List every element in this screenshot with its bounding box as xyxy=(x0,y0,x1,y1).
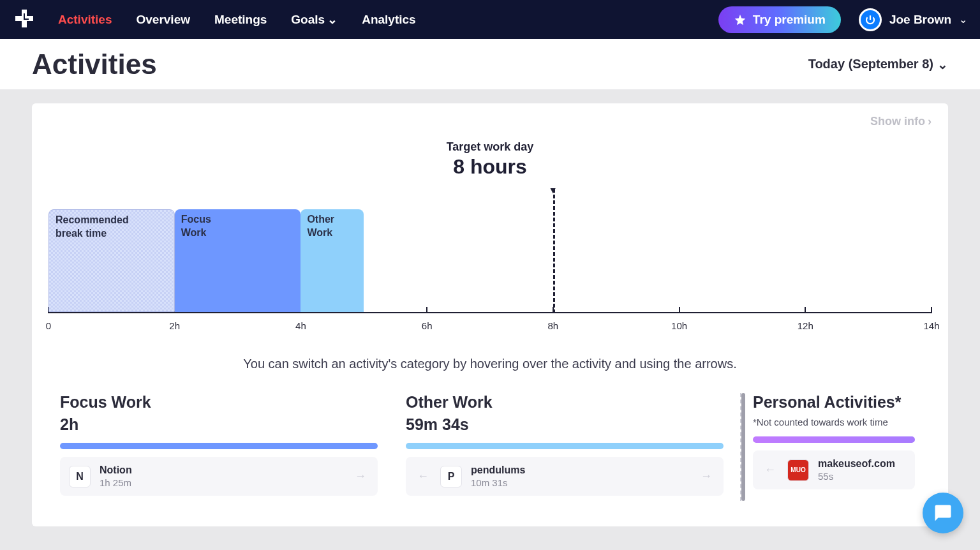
chevron-down-icon: ⌄ xyxy=(937,57,948,72)
activity-duration: 1h 25m xyxy=(100,477,343,488)
date-selector[interactable]: Today (September 8) ⌄ xyxy=(808,57,948,72)
col-title: Focus Work xyxy=(60,393,378,412)
star-icon xyxy=(734,13,746,26)
activity-name: pendulums xyxy=(471,465,689,476)
date-label: Today (September 8) xyxy=(808,57,933,71)
help-button[interactable] xyxy=(923,493,963,533)
segment-label: FocusWork xyxy=(181,213,211,240)
chevron-right-icon: › xyxy=(928,115,932,128)
axis-tick: 8h xyxy=(548,320,559,331)
page-title: Activities xyxy=(32,48,157,80)
nav-goals[interactable]: Goals⌄ xyxy=(291,12,338,27)
segment-label: OtherWork xyxy=(307,213,334,240)
chevron-down-icon: ⌄ xyxy=(327,12,338,27)
personal-activities-column: Personal Activities* *Not counted toward… xyxy=(740,393,932,501)
category-hint: You can switch an activity's category by… xyxy=(48,357,932,371)
col-note: *Not counted towards work time xyxy=(753,417,915,427)
focus-work-column: Focus Work 2h N Notion 1h 25m → xyxy=(48,393,394,501)
chevron-down-icon: ⌄ xyxy=(959,13,967,26)
move-left-button[interactable]: ← xyxy=(415,467,431,486)
activity-duration: 10m 31s xyxy=(471,477,689,488)
app-icon: MUO xyxy=(787,459,809,481)
app-icon: P xyxy=(440,466,462,487)
col-title: Other Work xyxy=(406,393,724,412)
axis-tick: 6h xyxy=(422,320,433,331)
chat-icon xyxy=(933,503,953,523)
activity-row[interactable]: ← MUO makeuseof.com 55s xyxy=(753,450,915,489)
premium-label: Try premium xyxy=(753,13,826,27)
user-menu[interactable]: Joe Brown ⌄ xyxy=(859,8,967,31)
target-marker xyxy=(553,189,555,313)
nav-analytics[interactable]: Analytics xyxy=(362,12,415,27)
axis-tick: 2h xyxy=(169,320,180,331)
axis-tick: 0 xyxy=(46,320,51,331)
segment-label: Recommendedbreak time xyxy=(56,214,129,241)
chart-segment-focus: FocusWork xyxy=(175,209,301,312)
user-name: Joe Brown xyxy=(889,13,951,27)
activities-card: Show info › Target work day 8 hours 02h4… xyxy=(32,103,948,526)
app-logo xyxy=(13,8,36,31)
scrollbar[interactable] xyxy=(741,393,745,501)
nav-items: Activities Overview Meetings Goals⌄ Anal… xyxy=(58,12,718,27)
nav-activities[interactable]: Activities xyxy=(58,12,112,27)
nav-overview[interactable]: Overview xyxy=(136,12,190,27)
other-bar xyxy=(406,443,724,449)
axis-tick: 14h xyxy=(923,320,939,331)
axis-tick: 12h xyxy=(798,320,813,331)
page-header: Activities Today (September 8) ⌄ xyxy=(0,39,980,89)
workday-chart: Target work day 8 hours 02h4h6h8h10h12h1… xyxy=(48,140,932,313)
col-title: Personal Activities* xyxy=(753,393,915,412)
activity-row[interactable]: N Notion 1h 25m → xyxy=(60,457,378,496)
move-right-button[interactable]: → xyxy=(698,467,715,486)
power-icon xyxy=(859,8,882,31)
axis-tick: 10h xyxy=(671,320,687,331)
show-info-button[interactable]: Show info › xyxy=(870,115,932,128)
chart-segment-other: OtherWork xyxy=(301,209,364,312)
axis-tick: 4h xyxy=(295,320,306,331)
activity-name: Notion xyxy=(100,465,343,476)
top-nav: Activities Overview Meetings Goals⌄ Anal… xyxy=(0,0,980,39)
focus-bar xyxy=(60,443,378,449)
activity-columns: Focus Work 2h N Notion 1h 25m → Other Wo… xyxy=(48,393,932,501)
move-left-button[interactable]: ← xyxy=(762,461,778,479)
activity-row[interactable]: ← P pendulums 10m 31s → xyxy=(406,457,724,496)
chart-segment-break: Recommendedbreak time xyxy=(48,209,175,312)
move-right-button[interactable]: → xyxy=(352,467,369,486)
svg-rect-1 xyxy=(24,19,29,20)
target-label: Target work day xyxy=(48,140,932,154)
personal-bar xyxy=(753,436,915,443)
other-work-column: Other Work 59m 34s ← P pendulums 10m 31s… xyxy=(394,393,740,501)
x-axis xyxy=(48,312,932,313)
col-time: 2h xyxy=(60,415,378,434)
col-time: 59m 34s xyxy=(406,415,724,434)
try-premium-button[interactable]: Try premium xyxy=(718,6,841,33)
activity-duration: 55s xyxy=(818,471,906,482)
target-hours: 8 hours xyxy=(48,155,932,179)
activity-name: makeuseof.com xyxy=(818,458,906,470)
nav-meetings[interactable]: Meetings xyxy=(214,12,267,27)
app-icon: N xyxy=(69,466,91,487)
